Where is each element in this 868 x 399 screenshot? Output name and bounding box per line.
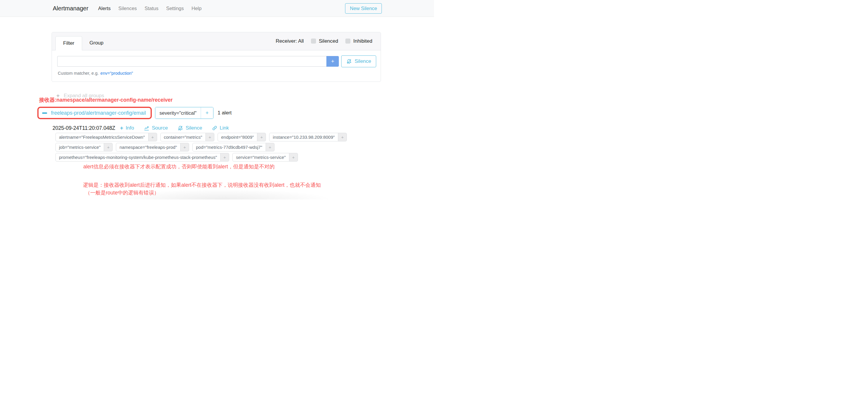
alert-actions: + Info Source Silence — [120, 125, 229, 131]
alert-label-button[interactable]: endpoint="8009" — [218, 133, 257, 142]
alert-label: prometheus="freeleaps-monitoring-system/… — [56, 153, 229, 161]
alert-label-button[interactable]: service="metrics-service" — [232, 153, 289, 161]
annotation-alert-note: alert信息必须在接收器下才表示配置成功，否则即使能看到alert，但是通知是… — [83, 163, 434, 170]
inhibited-checkbox-label: Inhibited — [353, 38, 372, 44]
group-matcher-add-button[interactable]: + — [201, 107, 213, 119]
matcher-example-link[interactable]: env="production" — [100, 71, 133, 75]
annotation-logic-note-sub: （一般是route中的逻辑有错误） — [85, 189, 434, 196]
filter-panel-header: Filter Group Receiver: All Silenced Inhi… — [52, 32, 381, 51]
silenced-checkbox-label: Silenced — [319, 38, 338, 44]
source-label: Source — [152, 125, 168, 131]
alert-count: 1 alert — [218, 110, 231, 116]
alert-label-add-filter-button[interactable]: + — [206, 133, 214, 142]
annotation-receiver-note: 接收器:namespace/altermanager-config-name/r… — [39, 97, 434, 103]
checkbox-icon[interactable] — [311, 38, 316, 43]
checkbox-icon[interactable] — [345, 38, 350, 43]
filter-panel: Filter Group Receiver: All Silenced Inhi… — [52, 32, 381, 82]
alert-label-add-filter-button[interactable]: + — [257, 133, 266, 142]
alert-label: container="metrics" + — [160, 133, 214, 142]
alert-source-link[interactable]: Source — [144, 125, 168, 131]
filter-panel-body: + Silence Custom matcher, e.g.env="produ… — [52, 51, 381, 82]
alert-label: service="metrics-service" + — [232, 153, 298, 161]
alert-label-button[interactable]: prometheus="freeleaps-monitoring-system/… — [56, 153, 221, 161]
new-silence-button[interactable]: New Silence — [345, 3, 382, 13]
nav-item-help[interactable]: Help — [188, 6, 206, 11]
silenced-checkbox[interactable]: Silenced — [311, 38, 338, 44]
nav-item-settings[interactable]: Settings — [162, 6, 188, 11]
top-navbar: Alertmanager Alerts Silences Status Sett… — [0, 0, 434, 17]
alert-link-button[interactable]: Link — [212, 125, 229, 131]
alert-label: job="metrics-service" + — [56, 143, 113, 151]
alert-label-button[interactable]: alertname="FreeleapsMetricsServiceDown" — [56, 133, 149, 142]
alert-group-row: freeleaps-prod/alertmanager-config/email… — [37, 107, 434, 119]
matcher-input-group: + — [57, 56, 339, 67]
silence-button-label: Silence — [354, 58, 371, 64]
alert-label-add-filter-button[interactable]: + — [266, 143, 275, 151]
matcher-input[interactable] — [57, 56, 327, 67]
alert-label-add-filter-button[interactable]: + — [181, 143, 189, 151]
collapse-minus-icon[interactable] — [42, 112, 47, 114]
app-brand[interactable]: Alertmanager — [53, 5, 88, 12]
tab-filter[interactable]: Filter — [56, 36, 82, 51]
matcher-hint-text: Custom matcher, e.g. — [58, 71, 99, 75]
alert-label: instance="10.233.98.209:8009" + — [269, 133, 347, 142]
link-icon — [212, 125, 217, 131]
link-label: Link — [220, 125, 229, 131]
alert-label-button[interactable]: container="metrics" — [160, 133, 206, 142]
silence-button[interactable]: Silence — [341, 55, 376, 67]
group-matcher-label-button[interactable]: severity="critical" — [155, 107, 201, 119]
add-matcher-button[interactable]: + — [327, 56, 339, 67]
alert-label-add-filter-button[interactable]: + — [289, 153, 298, 161]
nav-item-alerts[interactable]: Alerts — [94, 6, 115, 11]
chart-icon — [144, 125, 149, 131]
annotation-highlight-box: freeleaps-prod/alertmanager-config/email — [37, 107, 152, 119]
bell-slash-icon — [346, 59, 352, 64]
alert-label-add-filter-button[interactable]: + — [338, 133, 347, 142]
alert-label: pod="metrics-77d9cdb497-wdsj7" + — [192, 143, 275, 151]
alert-label: endpoint="8009" + — [218, 133, 266, 142]
alert-label-button[interactable]: instance="10.233.98.209:8009" — [269, 133, 338, 142]
receiver-filter-dropdown[interactable]: Receiver: All — [276, 38, 304, 44]
alert-label-add-filter-button[interactable]: + — [104, 143, 113, 151]
bell-slash-icon — [178, 125, 183, 131]
annotation-logic-note: 逻辑是：接收器收到alert后进行通知，如果alert不在接收器下，说明接收器没… — [83, 182, 434, 188]
info-label: Info — [126, 125, 134, 131]
nav-item-silences[interactable]: Silences — [115, 6, 141, 11]
alert-info-button[interactable]: + Info — [120, 125, 134, 131]
inhibited-checkbox[interactable]: Inhibited — [345, 38, 372, 44]
alert-label-add-filter-button[interactable]: + — [221, 153, 229, 161]
group-receiver-link[interactable]: freeleaps-prod/alertmanager-config/email — [51, 110, 146, 116]
filter-options: Receiver: All Silenced Inhibited — [276, 32, 372, 50]
matcher-hint: Custom matcher, e.g.env="production" — [58, 71, 376, 75]
alert-label-button[interactable]: namespace="freeleaps-prod" — [116, 143, 181, 151]
alert-label-button[interactable]: job="metrics-service" — [56, 143, 104, 151]
alert-label-add-filter-button[interactable]: + — [149, 133, 157, 142]
alert-detail-row: 2025-09-24T11:20:07.048Z + Info Source — [53, 125, 434, 131]
silence-label: Silence — [186, 125, 202, 131]
tab-group[interactable]: Group — [82, 36, 111, 50]
alert-timestamp: 2025-09-24T11:20:07.048Z — [53, 125, 115, 131]
alert-silence-button[interactable]: Silence — [178, 125, 202, 131]
alert-label-button[interactable]: pod="metrics-77d9cdb497-wdsj7" — [192, 143, 266, 151]
group-matcher-buttons: severity="critical" + — [155, 107, 213, 119]
alert-labels: alertname="FreeleapsMetricsServiceDown" … — [56, 133, 434, 161]
alert-label: namespace="freeleaps-prod" + — [116, 143, 189, 151]
nav-links: Alerts Silences Status Settings Help — [94, 6, 206, 11]
nav-item-status[interactable]: Status — [141, 6, 162, 11]
alert-label: alertname="FreeleapsMetricsServiceDown" … — [56, 133, 157, 142]
plus-icon: + — [120, 125, 123, 131]
